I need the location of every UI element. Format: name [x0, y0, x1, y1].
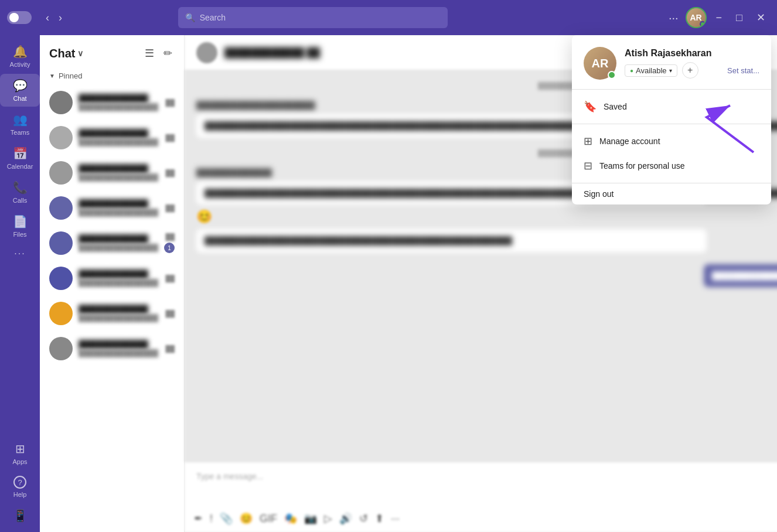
set-status-button[interactable]: Set stat...: [727, 66, 759, 75]
filter-button[interactable]: ☰: [142, 45, 156, 62]
schedule-button[interactable]: 📷: [304, 512, 317, 525]
profile-avatar-button[interactable]: AR: [686, 7, 707, 28]
chat-item[interactable]: ████████████ ████████████████ ██: [40, 190, 184, 226]
chat-preview: ████████████████: [79, 349, 159, 357]
reaction-button[interactable]: ↺: [359, 512, 368, 525]
sidebar-item-files[interactable]: 📄 Files: [0, 210, 40, 243]
dropdown-avatar: AR: [584, 47, 616, 80]
attach-button[interactable]: 📎: [220, 512, 233, 525]
calls-icon: 📞: [13, 180, 28, 195]
chat-preview: ████████████████: [79, 244, 158, 252]
gif-button[interactable]: GIF: [260, 513, 277, 525]
chat-item[interactable]: ████████████ ████████████████ ██: [40, 261, 184, 296]
compose-button[interactable]: ✏: [161, 45, 175, 62]
priority-button[interactable]: !: [210, 513, 213, 525]
chat-info: ████████████ ████████████████: [79, 270, 159, 287]
chat-list: ████████████ ████████████████ ██ ███████…: [40, 85, 184, 532]
chat-item[interactable]: ████████████ ████████████████ ██: [40, 120, 184, 155]
toggle-button[interactable]: [7, 11, 32, 24]
message-input[interactable]: Type a message...: [194, 469, 777, 507]
loop-button[interactable]: ▷: [324, 512, 332, 525]
chat-avatar: [49, 267, 73, 290]
content-footer: Type a message... ✒ ! 📎 😊 GIF 🎭 📷 ▷ 🔊 ↺ …: [185, 462, 777, 532]
nav-arrows: ‹ ›: [42, 9, 66, 26]
mobile-icon: 📱: [13, 509, 28, 523]
sidebar-item-activity[interactable]: 🔔 Activity: [0, 40, 40, 73]
sidebar-item-more[interactable]: ···: [0, 244, 40, 264]
add-status-button[interactable]: +: [682, 62, 698, 79]
chat-name: ████████████: [79, 234, 158, 244]
help-icon: ?: [13, 476, 26, 489]
dropdown-saved-section: 🔖 Saved: [572, 90, 771, 124]
chat-time: ██: [165, 169, 175, 176]
teams-personal-item[interactable]: ⊟ Teams for personal use: [572, 154, 771, 178]
chat-name: ████████████: [79, 340, 159, 349]
chat-item[interactable]: ████████████ ████████████████ ██ 1: [40, 226, 184, 261]
chat-item[interactable]: ████████████ ████████████████ ██: [40, 155, 184, 190]
chat-name: ████████████: [79, 199, 159, 209]
sidebar-item-chat[interactable]: 💬 Chat: [0, 74, 40, 107]
more-icon: ···: [14, 248, 25, 259]
dropdown-status-dot: [608, 71, 616, 79]
sidebar-item-calendar[interactable]: 📅 Calendar: [0, 142, 40, 175]
chat-time: ██: [165, 233, 175, 240]
close-button[interactable]: ✕: [752, 9, 770, 26]
chat-item[interactable]: ████████████ ████████████████ ██: [40, 296, 184, 331]
chat-avatar: [49, 161, 73, 185]
chat-panel-title: Chat ∨: [49, 47, 83, 60]
chat-meta: ██: [165, 169, 175, 176]
sidebar-item-calls[interactable]: 📞 Calls: [0, 176, 40, 209]
search-placeholder: Search: [200, 13, 226, 22]
sidebar-item-help[interactable]: ? Help: [0, 471, 40, 503]
more-options-button[interactable]: ···: [666, 9, 681, 27]
chat-preview: ████████████████: [79, 103, 159, 111]
chat-name: ████████████: [79, 129, 159, 138]
chat-title-caret[interactable]: ∨: [77, 49, 83, 58]
search-bar[interactable]: 🔍 Search: [178, 7, 448, 28]
footer-toolbar: ✒ ! 📎 😊 GIF 🎭 📷 ▷ 🔊 ↺ ⬆ ··· 📹 ➤: [194, 512, 777, 525]
chat-info: ████████████ ████████████████: [79, 199, 159, 217]
status-pill[interactable]: ● Available ▾: [625, 64, 677, 77]
sidebar-item-apps[interactable]: ⊞ Apps: [0, 437, 40, 470]
chat-preview: ████████████████: [79, 279, 159, 287]
activity-icon: 🔔: [13, 45, 28, 59]
saved-menu-item[interactable]: 🔖 Saved: [572, 94, 771, 119]
chat-item[interactable]: ████████████ ████████████████ ██: [40, 85, 184, 120]
chat-meta: ██: [165, 310, 175, 317]
audio-button[interactable]: 🔊: [339, 512, 352, 525]
sticker-button[interactable]: 🎭: [284, 512, 297, 525]
chat-time: ██: [165, 275, 175, 282]
msg-bubble: ████████████████████████████████████████…: [196, 229, 707, 253]
format-button[interactable]: ✒: [194, 512, 203, 525]
chat-panel-actions: ☰ ✏: [142, 45, 175, 62]
minimize-button[interactable]: −: [711, 9, 727, 26]
chat-item[interactable]: ████████████ ████████████████ ██: [40, 331, 184, 366]
chat-preview: ████████████████: [79, 138, 159, 146]
chat-badge: 1: [164, 243, 175, 253]
chat-time: ██: [165, 204, 175, 212]
chat-info: ████████████ ████████████████: [79, 340, 159, 357]
chat-info: ████████████ ████████████████: [79, 164, 159, 182]
sidebar-item-teams[interactable]: 👥 Teams: [0, 108, 40, 141]
sign-out-item[interactable]: Sign out: [572, 183, 771, 204]
forward-arrow[interactable]: ›: [55, 9, 66, 26]
pinned-header[interactable]: ▼ Pinned: [40, 69, 184, 85]
chat-info: ████████████ ████████████████: [79, 234, 158, 252]
chat-info: ████████████ ████████████████: [79, 129, 159, 146]
dropdown-user-info: Atish Rajasekharan ● Available ▾ + Set s…: [625, 48, 759, 79]
toggle-knob: [9, 13, 19, 22]
pinned-label: Pinned: [59, 71, 82, 80]
sidebar: 🔔 Activity 💬 Chat 👥 Teams 📅 Calendar 📞 C…: [0, 35, 40, 532]
share-button[interactable]: ⬆: [375, 512, 384, 525]
chat-preview: ████████████████: [79, 314, 159, 322]
teams-icon: 👥: [13, 112, 28, 127]
maximize-button[interactable]: □: [731, 9, 747, 26]
chat-avatar: [49, 302, 73, 325]
sidebar-item-mobile[interactable]: 📱: [0, 504, 40, 527]
chat-name: ████████████: [79, 94, 159, 103]
manage-account-item[interactable]: ⊞ Manage account: [572, 129, 771, 154]
status-label: Available: [636, 66, 667, 75]
back-arrow[interactable]: ‹: [42, 9, 53, 26]
more-tools-button[interactable]: ···: [391, 513, 400, 525]
emoji-button[interactable]: 😊: [240, 512, 253, 525]
